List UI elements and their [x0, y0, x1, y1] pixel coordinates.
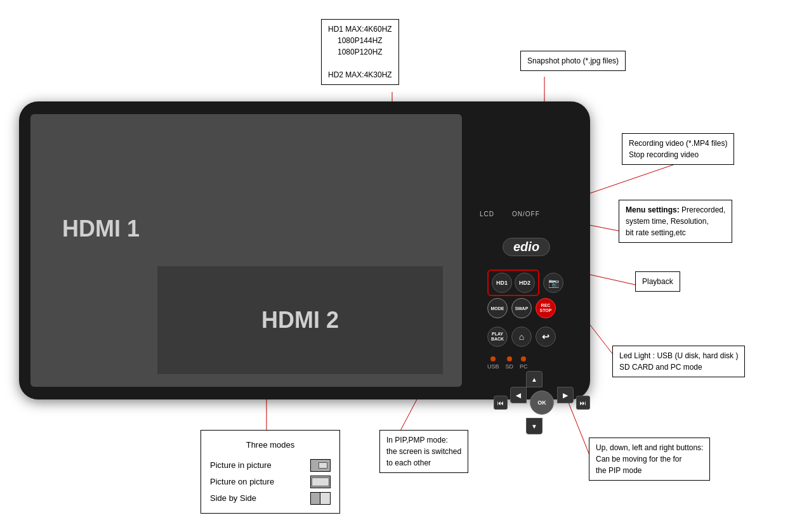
sbs-label: Side by Side	[210, 490, 256, 507]
brand-label: edio	[503, 238, 550, 256]
pip-mode-text: In PIP,PMP mode:the screen is switchedto…	[386, 436, 461, 467]
nav-buttons-text: Up, down, left and right buttons:Can be …	[596, 443, 703, 475]
pc-label: PC	[520, 363, 528, 370]
nav-right-button[interactable]: ▶	[557, 387, 574, 403]
pc-indicator: PC	[520, 356, 528, 370]
hd-spec-annotation: HD1 MAX:4K60HZ 1080P144HZ 1080P120HZ HD2…	[321, 19, 399, 85]
pop-mode-row: Picture on picture	[210, 474, 331, 490]
nav-down-button[interactable]: ▼	[526, 418, 543, 434]
pip-label: Picture in picture	[210, 457, 272, 474]
mode-button-row: MODE SWAP RECSTOP	[487, 298, 556, 318]
hdmi2-overlay: HDMI 2	[157, 266, 443, 374]
three-modes-box: Three modes Picture in picture Picture o…	[201, 430, 340, 514]
device-screen: HDMI 1 HDMI 2	[30, 114, 462, 387]
hdmi1-label: HDMI 1	[62, 216, 140, 242]
nav-left-button[interactable]: ◀	[510, 387, 527, 403]
hd2-button[interactable]: HD2	[515, 273, 535, 293]
camera-button[interactable]: 📷	[543, 273, 563, 293]
hd-spec-text: HD1 MAX:4K60HZ 1080P144HZ 1080P120HZ HD2…	[328, 25, 392, 79]
prev-button[interactable]: ⏮	[494, 396, 508, 410]
sd-dot	[507, 356, 512, 361]
lcd-label: LCD	[480, 211, 494, 217]
pc-dot	[521, 356, 526, 361]
onoff-label: ON/OFF	[512, 211, 540, 217]
usb-dot	[490, 356, 496, 361]
led-light-annotation: Led Light : USB (U disk, hard disk )SD C…	[612, 346, 745, 377]
pip-icon	[310, 459, 331, 472]
sd-indicator: SD	[506, 356, 514, 370]
nav-buttons-annotation: Up, down, left and right buttons:Can be …	[589, 438, 710, 481]
hdmi2-label: HDMI 2	[261, 307, 339, 334]
hd-input-box: HD1 HD2	[487, 269, 539, 296]
usb-indicator: USB	[487, 356, 499, 370]
hd1-button[interactable]: HD1	[492, 273, 512, 293]
playback-button-row: PLAYBACK ⌂ ↩	[487, 327, 556, 347]
nav-cross: ▲ ▼ ◀ ▶ OK	[510, 371, 574, 434]
pip-mode-row: Picture in picture	[210, 457, 331, 474]
usb-label: USB	[487, 363, 499, 370]
mode-button[interactable]: MODE	[487, 298, 508, 318]
sbs-mode-row: Side by Side	[210, 490, 331, 507]
hd-button-row: HD1 HD2 📷	[487, 269, 563, 296]
snapshot-annotation: Snapshot photo (*.jpg files)	[520, 51, 626, 71]
sd-label: SD	[506, 363, 514, 370]
source-row: USB SD PC	[487, 356, 528, 370]
pop-icon	[310, 476, 331, 488]
playback-button[interactable]: PLAYBACK	[487, 327, 508, 347]
recording-annotation: Recording video (*.MP4 files)Stop record…	[622, 133, 734, 165]
playback-annotation: Playback	[635, 271, 680, 292]
pop-label: Picture on picture	[210, 474, 274, 490]
sbs-icon	[310, 492, 331, 505]
rec-stop-button[interactable]: RECSTOP	[536, 298, 556, 318]
menu-settings-annotation: Menu settings: Prerecorded,system time, …	[619, 200, 732, 243]
menu-settings-text: Menu settings: Prerecorded,system time, …	[626, 205, 725, 237]
nav-section: ⏮ ▲ ▼ ◀ ▶ OK ⏭	[494, 371, 590, 434]
nav-up-button[interactable]: ▲	[526, 371, 543, 387]
swap-button[interactable]: SWAP	[511, 298, 532, 318]
recording-text: Recording video (*.MP4 files)Stop record…	[629, 139, 727, 159]
led-light-text: Led Light : USB (U disk, hard disk )SD C…	[619, 351, 738, 372]
modes-title: Three modes	[210, 437, 331, 453]
next-button[interactable]: ⏭	[576, 396, 590, 410]
home-button[interactable]: ⌂	[511, 327, 532, 347]
ok-button[interactable]: OK	[530, 391, 554, 415]
pip-mode-annotation: In PIP,PMP mode:the screen is switchedto…	[379, 430, 468, 473]
playback-text: Playback	[642, 277, 673, 286]
snapshot-text: Snapshot photo (*.jpg files)	[527, 56, 619, 65]
back-button[interactable]: ↩	[536, 327, 556, 347]
lcd-onoff-labels: LCD ON/OFF	[480, 211, 540, 217]
device-body: HDMI 1 HDMI 2 LCD ON/OFF edio HD1 HD2 📷 …	[19, 101, 590, 399]
